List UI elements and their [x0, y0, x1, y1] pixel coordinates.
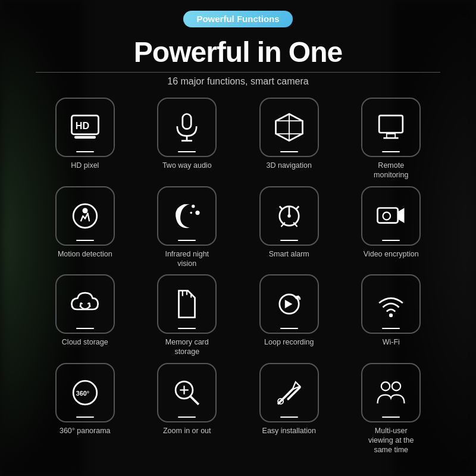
- icon-item-cloud-storage: Cloud storage: [36, 274, 134, 357]
- svg-marker-31: [285, 300, 293, 308]
- icon-label-loop-recording: Loop recording: [264, 337, 314, 347]
- icon-label-smart-alarm: Smart alarm: [269, 249, 309, 259]
- icon-item-wifi: Wi-Fi: [342, 274, 441, 357]
- svg-text:HD: HD: [76, 120, 90, 131]
- icons-grid: HDHD pixelTwo way audio3D navigationRemo…: [36, 98, 440, 455]
- icon-box-hd-pixel: HD: [55, 98, 115, 157]
- icon-box-video-encryption: [361, 186, 421, 246]
- svg-line-21: [280, 206, 283, 209]
- icon-item-two-way-audio: Two way audio: [138, 98, 237, 180]
- icon-label-panorama: 360° panorama: [60, 426, 111, 436]
- icon-box-remote-monitoring: [361, 98, 421, 157]
- svg-point-20: [287, 214, 290, 217]
- svg-line-22: [296, 206, 299, 209]
- icon-item-motion-detection: Motion detection: [36, 186, 134, 269]
- icon-label-motion-detection: Motion detection: [58, 249, 112, 259]
- svg-point-16: [196, 211, 200, 215]
- icon-label-infrared-night-vision: Infrared night vision: [157, 249, 217, 269]
- icon-label-wifi: Wi-Fi: [383, 337, 400, 347]
- icon-label-cloud-storage: Cloud storage: [62, 337, 108, 347]
- icon-item-3d-navigation: 3D navigation: [240, 98, 339, 180]
- icon-label-remote-monitoring: Remote monitoring: [361, 161, 421, 180]
- icon-label-multi-user: Multi-user viewing at the same time: [361, 426, 421, 455]
- icon-item-hd-pixel: HDHD pixel: [36, 98, 134, 180]
- icon-box-wifi: [361, 274, 421, 334]
- subtitle: 16 major functions, smart camera: [167, 76, 308, 87]
- svg-marker-24: [398, 208, 405, 223]
- divider: [36, 72, 440, 73]
- icon-box-smart-alarm: [259, 186, 319, 246]
- icon-box-cloud-storage: [55, 274, 115, 334]
- svg-point-42: [381, 382, 390, 390]
- svg-point-43: [392, 382, 400, 390]
- icon-box-infrared-night-vision: [157, 186, 217, 246]
- icon-box-easy-installation: [259, 363, 319, 422]
- icon-label-memory-card-storage: Memory card storage: [157, 337, 217, 357]
- svg-point-13: [73, 204, 97, 228]
- main-title: Powerful in One: [134, 36, 342, 68]
- svg-rect-23: [378, 208, 398, 223]
- svg-line-36: [190, 396, 199, 404]
- icon-item-video-encryption: Video encryption: [342, 186, 441, 269]
- icon-label-3d-navigation: 3D navigation: [267, 161, 312, 170]
- icon-box-3d-navigation: [259, 98, 319, 157]
- icon-item-multi-user: Multi-user viewing at the same time: [342, 363, 441, 455]
- main-content: Powerful Functions Powerful in One 16 ma…: [0, 0, 476, 461]
- icon-item-panorama: 360°360° panorama: [36, 363, 134, 455]
- svg-point-25: [383, 212, 391, 220]
- svg-point-15: [192, 205, 195, 208]
- icon-label-two-way-audio: Two way audio: [162, 161, 212, 170]
- icon-item-memory-card-storage: Memory card storage: [138, 274, 237, 357]
- svg-point-17: [190, 211, 193, 214]
- icon-box-two-way-audio: [157, 98, 217, 157]
- icon-box-loop-recording: [259, 274, 319, 334]
- icon-box-panorama: 360°: [55, 363, 115, 422]
- svg-rect-1: [74, 136, 96, 139]
- icon-label-zoom: Zoom in or out: [163, 426, 211, 436]
- icon-item-easy-installation: Easy installation: [240, 363, 339, 455]
- svg-rect-3: [183, 114, 191, 129]
- icon-label-easy-installation: Easy installation: [262, 426, 316, 436]
- icon-label-video-encryption: Video encryption: [364, 249, 419, 259]
- icon-box-memory-card-storage: [157, 274, 217, 334]
- icon-item-remote-monitoring: Remote monitoring: [342, 98, 441, 180]
- icon-box-multi-user: [361, 363, 421, 422]
- svg-text:360°: 360°: [76, 389, 89, 396]
- icon-item-zoom: Zoom in or out: [138, 363, 237, 455]
- icon-item-loop-recording: Loop recording: [240, 274, 339, 357]
- badge: Powerful Functions: [183, 11, 292, 27]
- icon-item-infrared-night-vision: Infrared night vision: [138, 186, 237, 269]
- svg-point-32: [389, 314, 393, 317]
- icon-box-zoom: [157, 363, 217, 422]
- badge-label: Powerful Functions: [196, 14, 279, 24]
- icon-box-motion-detection: [55, 186, 115, 246]
- icon-label-hd-pixel: HD pixel: [71, 161, 99, 170]
- svg-rect-10: [379, 115, 403, 133]
- icon-item-smart-alarm: Smart alarm: [240, 186, 339, 269]
- svg-point-14: [82, 208, 87, 213]
